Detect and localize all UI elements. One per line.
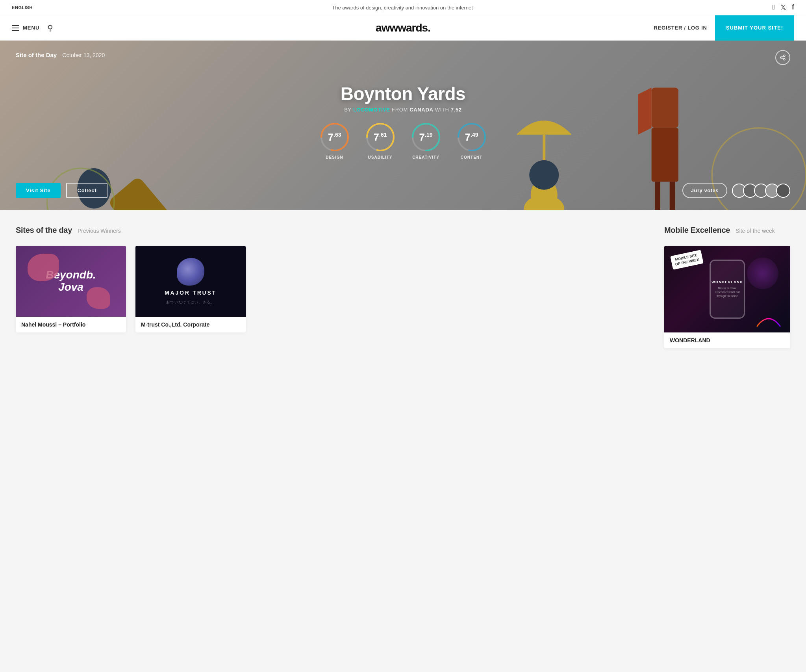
score-value: 7.19 (419, 131, 433, 143)
total-score: 7.52 (451, 107, 462, 113)
share-button[interactable] (775, 50, 790, 65)
mtrust-rose-decoration (177, 258, 204, 286)
mtrust-logo-text: MAJOR TRUST (165, 290, 217, 296)
wonderland-thumb: MOBILE SITE OF THE WEEK WONDERLAND Drive… (664, 246, 790, 332)
agency-name[interactable]: LOCOMOTIVE (353, 107, 390, 113)
score-item-design: 7.63 DESIGN (319, 121, 350, 160)
score-label: CONTENT (461, 155, 482, 160)
mobile-excellence-section: Mobile Excellence Site of the week MOBIL… (649, 210, 806, 356)
previous-winners-link[interactable]: Previous Winners (78, 228, 121, 234)
score-label: CREATIVITY (412, 155, 439, 160)
arc-decoration (755, 309, 782, 329)
hero-section: Site of the Day October 13, 2020 Boynton… (0, 41, 806, 210)
site-logo[interactable]: awwwards. (376, 22, 430, 34)
score-circle: 7.63 (319, 121, 350, 153)
hero-content: Boynton Yards BY LOCOMOTIVE FROM CANADA … (319, 83, 487, 160)
visit-site-button[interactable]: Visit Site (16, 183, 61, 198)
search-icon[interactable]: ⚲ (47, 23, 53, 33)
wonderland-tagline: Driven to make experiences that cut thro… (711, 286, 744, 298)
wonderland-card-info: WONDERLAND (664, 332, 790, 348)
mtrust-sub-text: あついだけではい、きる。 (166, 300, 215, 305)
twitter-icon[interactable]: 𝕏 (780, 3, 786, 12)
phone-mockup: WONDERLAND Driven to make experiences th… (710, 260, 745, 319)
svg-point-27 (780, 57, 782, 58)
language-selector[interactable]: ENGLISH (12, 5, 33, 10)
card-thumb-beyondb: Beyondb.Jova (16, 246, 126, 317)
score-value: 7.61 (374, 131, 387, 143)
collect-button[interactable]: Collect (66, 183, 107, 198)
score-item-creativity: 7.19 CREATIVITY (410, 121, 442, 160)
main-nav: MENU ⚲ awwwards. REGISTER / LOG IN SUBMI… (0, 15, 806, 41)
jury-votes-button[interactable]: Jury votes (682, 183, 727, 198)
from-label: FROM (392, 107, 408, 113)
card-name-beyondb: Nahel Moussi – Portfolio (21, 321, 120, 328)
register-login-button[interactable]: REGISTER / LOG IN (646, 25, 715, 31)
site-of-day-badge: Site of the Day October 13, 2020 (16, 52, 105, 58)
social-icons:  𝕏 f (772, 3, 794, 12)
site-of-day-label: Site of the Day (16, 52, 57, 58)
hero-site-title: Boynton Yards (319, 83, 487, 104)
sites-of-day-section: Sites of the day Previous Winners Beyond… (0, 210, 649, 356)
top-bar: ENGLISH The awards of design, creativity… (0, 0, 806, 15)
site-of-week-label: Site of the week (736, 228, 775, 234)
score-label: DESIGN (326, 155, 343, 160)
wonderland-logo: WONDERLAND (712, 280, 743, 284)
hamburger-icon (12, 25, 19, 31)
hero-subtitle: BY LOCOMOTIVE FROM CANADA WITH 7.52 (319, 107, 487, 113)
card-info-mtrust: M-trust Co.,Ltd. Corporate (135, 317, 246, 332)
nav-right: REGISTER / LOG IN SUBMIT YOUR SITE! (646, 15, 794, 41)
jury-votes-section: Jury votes (682, 183, 790, 198)
score-item-usability: 7.61 USABILITY (365, 121, 396, 160)
sites-section-title: Sites of the day (16, 226, 72, 235)
submit-site-button[interactable]: SUBMIT YOUR SITE! (715, 15, 794, 41)
with-label: WITH (435, 107, 449, 113)
score-item-content: 7.49 CONTENT (456, 121, 487, 160)
sites-section-header: Sites of the day Previous Winners (16, 226, 633, 235)
card-mtrust[interactable]: MAJOR TRUST あついだけではい、きる。 M-trust Co.,Ltd… (135, 246, 246, 332)
mobile-section-header: Mobile Excellence Site of the week (664, 226, 790, 235)
score-circle: 7.61 (365, 121, 396, 153)
score-label: USABILITY (368, 155, 393, 160)
hero-actions: Visit Site Collect (16, 183, 107, 198)
jury-avatar-5[interactable] (776, 184, 790, 198)
score-value: 7.49 (465, 131, 478, 143)
menu-label: MENU (23, 25, 39, 31)
card-thumb-mtrust: MAJOR TRUST あついだけではい、きる。 (135, 246, 246, 317)
wonderland-card[interactable]: MOBILE SITE OF THE WEEK WONDERLAND Drive… (664, 246, 790, 348)
facebook-icon[interactable]: f (792, 3, 794, 12)
score-circle: 7.19 (410, 121, 442, 153)
jury-avatars (732, 184, 790, 198)
mobile-section-title: Mobile Excellence (664, 226, 730, 235)
wonderland-card-name: WONDERLAND (670, 337, 785, 343)
country-name: CANADA (409, 107, 433, 113)
main-content: Sites of the day Previous Winners Beyond… (0, 210, 806, 356)
card-name-mtrust: M-trust Co.,Ltd. Corporate (141, 321, 240, 328)
svg-line-29 (782, 58, 784, 59)
blob-decoration-1 (28, 254, 59, 281)
svg-line-30 (782, 56, 784, 57)
svg-point-26 (784, 55, 785, 56)
score-value: 7.63 (328, 131, 341, 143)
glow-effect (747, 258, 778, 289)
instagram-icon[interactable]:  (772, 3, 775, 12)
site-of-day-date: October 13, 2020 (62, 52, 105, 58)
card-info-beyondb: Nahel Moussi – Portfolio (16, 317, 126, 332)
score-circles: 7.63 DESIGN 7.61 USABILITY 7.19 CREATIVI… (319, 121, 487, 160)
sites-cards-grid: Beyondb.Jova Nahel Moussi – Portfolio MA… (16, 246, 633, 332)
mobile-site-badge: MOBILE SITE OF THE WEEK (670, 250, 703, 270)
by-label: BY (344, 107, 351, 113)
score-circle: 7.49 (456, 121, 487, 153)
blob-decoration-2 (87, 287, 110, 309)
site-tagline: The awards of design, creativity and inn… (332, 5, 473, 11)
card-beyondb[interactable]: Beyondb.Jova Nahel Moussi – Portfolio (16, 246, 126, 332)
svg-point-28 (784, 59, 785, 60)
menu-toggle[interactable]: MENU (12, 25, 39, 31)
